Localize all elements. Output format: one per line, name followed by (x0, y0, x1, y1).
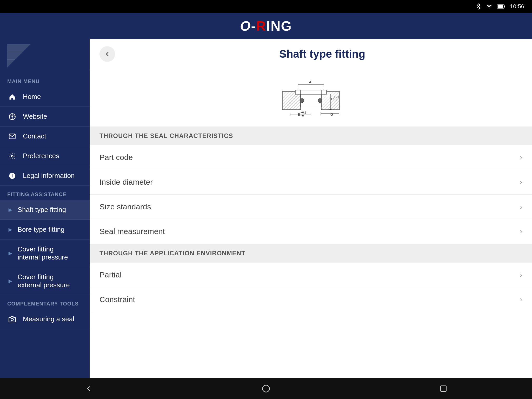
recent-nav-button[interactable] (436, 381, 451, 396)
svg-rect-45 (441, 386, 446, 391)
website-icon (7, 113, 17, 120)
home-nav-button[interactable] (258, 381, 274, 396)
battery-icon (497, 4, 505, 9)
seal-measurement-label: Seal measurement (99, 227, 165, 236)
logo-area (0, 39, 90, 73)
sidebar-item-bore[interactable]: ► Bore type fitting (0, 220, 90, 240)
sidebar-item-home[interactable]: Home (0, 87, 90, 107)
bluetooth-icon (476, 3, 481, 10)
bore-label: Bore type fitting (18, 225, 65, 234)
section2-header: THROUGH THE APPLICATION ENVIRONMENT (90, 244, 532, 263)
sidebar-item-legal[interactable]: i Legal information (0, 166, 90, 186)
svg-text:−0: −0 (301, 114, 304, 117)
camera-icon (7, 316, 17, 323)
partial-label: Partial (99, 270, 122, 279)
sidebar-item-preferences[interactable]: Preferences (0, 146, 90, 166)
preferences-label: Preferences (23, 152, 59, 160)
svg-text:A: A (309, 80, 311, 84)
page-title: Shaft type fitting (122, 48, 522, 60)
legal-label: Legal information (23, 172, 75, 180)
svg-point-9 (11, 155, 13, 157)
title-ring: R (256, 18, 267, 34)
app-title: O-RING (240, 18, 292, 34)
sidebar-item-contact[interactable]: Contact (0, 127, 90, 146)
contact-icon (7, 133, 17, 140)
time-display: 10:56 (510, 3, 524, 10)
cover-internal-chevron-icon: ► (7, 250, 14, 257)
content-area: Shaft type fitting (90, 39, 532, 378)
inside-diameter-chevron: › (520, 178, 522, 186)
home-label: Home (23, 93, 41, 101)
cover-internal-label: Cover fitting internal pressure (18, 245, 68, 261)
svg-text:D: D (331, 97, 334, 101)
part-code-label: Part code (99, 153, 133, 162)
list-item-seal-measurement[interactable]: Seal measurement › (90, 219, 532, 244)
sidebar-item-cover-internal[interactable]: ► Cover fitting internal pressure (0, 240, 90, 267)
constraint-chevron: › (520, 295, 522, 304)
measuring-label: Measuring a seal (23, 315, 74, 323)
list-item-constraint[interactable]: Constraint › (90, 287, 532, 312)
sidebar-item-cover-external[interactable]: ► Cover fitting external pressure (0, 267, 90, 295)
part-code-chevron: › (520, 153, 522, 162)
bore-chevron-icon: ► (7, 226, 14, 233)
content-header: Shaft type fitting (90, 39, 532, 69)
list-item-size-standards[interactable]: Size standards › (90, 195, 532, 219)
title-o: O (240, 18, 251, 34)
cover-external-chevron-icon: ► (7, 277, 14, 285)
shaft-chevron-icon: ► (7, 206, 14, 214)
list-item-part-code[interactable]: Part code › (90, 145, 532, 170)
tools-section-label: COMPLEMENTARY TOOLS (0, 295, 90, 309)
section1-header: THROUGH THE SEAL CHARACTERISTICS (90, 127, 532, 145)
svg-point-12 (11, 318, 13, 321)
svg-text:i: i (12, 173, 13, 178)
svg-text:+0,1: +0,1 (301, 111, 306, 114)
svg-text:+0,1: +0,1 (334, 95, 340, 98)
svg-rect-2 (498, 5, 503, 8)
logo-triangle (7, 44, 31, 68)
svg-rect-19 (295, 90, 327, 94)
size-standards-chevron: › (520, 203, 522, 211)
main-layout: MAIN MENU Home Website (0, 39, 532, 378)
legal-icon: i (7, 172, 17, 179)
status-icons: 10:56 (476, 3, 524, 10)
svg-text:B: B (298, 112, 300, 116)
fitting-section-label: FITTING ASSISTANCE (0, 186, 90, 200)
sidebar-item-measuring[interactable]: Measuring a seal (0, 309, 90, 329)
top-bar: O-RING (0, 13, 532, 39)
cover-external-label: Cover fitting external pressure (18, 273, 70, 289)
shaft-diagram: A D +0,1 −0 G B +0,1 −0 (90, 69, 532, 127)
main-menu-label: MAIN MENU (0, 73, 90, 87)
status-bar: 10:56 (0, 0, 532, 13)
svg-text:G: G (330, 112, 333, 116)
svg-rect-1 (504, 5, 505, 8)
partial-chevron: › (520, 271, 522, 279)
home-icon (7, 93, 17, 101)
seal-measurement-chevron: › (520, 227, 522, 236)
list-item-partial[interactable]: Partial › (90, 263, 532, 287)
back-nav-button[interactable] (81, 381, 96, 396)
back-button[interactable] (99, 46, 115, 62)
bottom-nav (0, 378, 532, 399)
svg-marker-3 (7, 44, 31, 68)
list-item-inside-diameter[interactable]: Inside diameter › (90, 170, 532, 195)
shaft-diagram-svg: A D +0,1 −0 G B +0,1 −0 (275, 77, 347, 121)
size-standards-label: Size standards (99, 202, 151, 211)
constraint-label: Constraint (99, 295, 135, 304)
wifi-icon (486, 4, 492, 9)
preferences-icon (7, 152, 17, 160)
svg-text:−0: −0 (334, 98, 337, 102)
contact-label: Contact (23, 132, 46, 140)
sidebar: MAIN MENU Home Website (0, 39, 90, 378)
shaft-label: Shaft type fitting (18, 206, 66, 214)
inside-diameter-label: Inside diameter (99, 178, 153, 187)
svg-point-44 (263, 385, 270, 392)
sidebar-item-shaft[interactable]: ► Shaft type fitting (0, 200, 90, 220)
sidebar-item-website[interactable]: Website (0, 107, 90, 127)
website-label: Website (23, 112, 47, 121)
